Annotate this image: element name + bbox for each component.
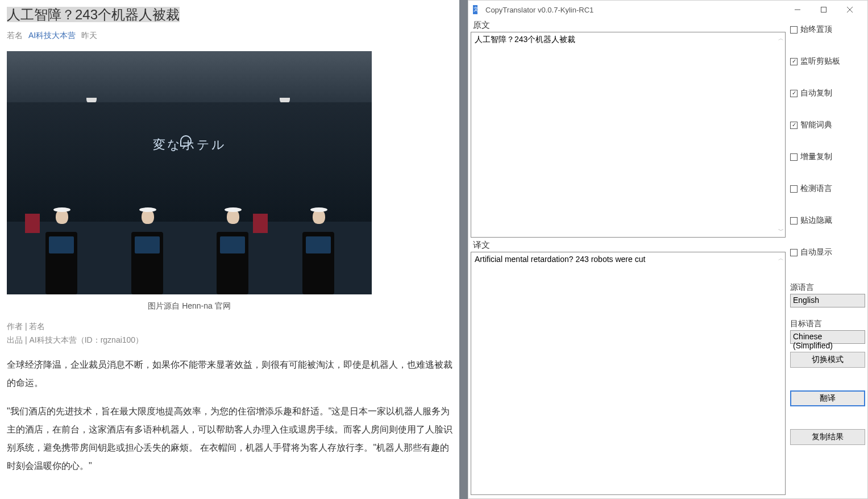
byline-publisher: 出品 | AI科技大本营（ID：rgznai100）: [7, 335, 452, 346]
source-textarea[interactable]: 人工智障？243个机器人被裁 ︿ ﹀: [471, 32, 786, 238]
settings-column: 始终置顶 ✓监听剪贴板 ✓自动复制 ✓智能词典 增量复制 检测语言 贴边隐藏 自…: [788, 19, 867, 498]
text-column: 原文 人工智障？243个机器人被裁 ︿ ﹀ 译文 Artificial ment…: [468, 19, 788, 498]
check-detect-lang[interactable]: 检测语言: [790, 184, 865, 194]
copy-result-button[interactable]: 复制结果: [790, 429, 865, 445]
app-icon: [473, 5, 482, 14]
target-text: Artificial mental retardation? 243 robot…: [475, 255, 645, 264]
scroll-up-icon[interactable]: ︿: [778, 35, 784, 43]
translator-window: CopyTranslator v0.0.7-Kylin-RC1 原文 人工智障？…: [468, 0, 868, 499]
check-listen-clipboard[interactable]: ✓监听剪贴板: [790, 56, 865, 66]
maximize-button[interactable]: [811, 1, 837, 18]
close-button[interactable]: [837, 1, 863, 18]
translate-button[interactable]: 翻译: [790, 390, 865, 406]
target-lang-label: 目标语言: [790, 319, 865, 329]
image-logo-text: 変なホテル: [153, 136, 226, 153]
meta-source-link[interactable]: AI科技大本营: [28, 31, 76, 40]
check-hide-edge[interactable]: 贴边隐藏: [790, 215, 865, 226]
target-label: 译文: [471, 240, 786, 252]
byline-author: 作者 | 若名: [7, 322, 452, 332]
source-label: 原文: [471, 20, 786, 32]
article-title: 人工智障？243个机器人被裁: [7, 6, 452, 24]
para-1: 全球经济降温，企业裁员消息不断，如果你不能带来显著效益，则很有可能被淘汰，即使是…: [7, 356, 452, 392]
minimize-button[interactable]: [784, 1, 811, 18]
check-always-top[interactable]: 始终置顶: [790, 24, 865, 35]
check-auto-show[interactable]: 自动显示: [790, 247, 865, 257]
check-auto-copy[interactable]: ✓自动复制: [790, 88, 865, 98]
switch-mode-button[interactable]: 切换模式: [790, 352, 865, 368]
meta-time: 昨天: [81, 31, 97, 40]
titlebar[interactable]: CopyTranslator v0.0.7-Kylin-RC1: [468, 1, 867, 19]
article-image: 変なホテル: [7, 51, 372, 294]
meta-author: 若名: [7, 31, 23, 40]
para-2: "我们酒店的先进技术，旨在最大限度地提高效率，为您的住宿增添乐趣和舒适。"这是日…: [7, 402, 452, 475]
source-lang-select[interactable]: English: [790, 294, 865, 307]
article-meta: 若名 AI科技大本营 昨天: [7, 31, 452, 41]
scroll-down-icon[interactable]: ﹀: [778, 227, 784, 235]
check-incremental-copy[interactable]: 增量复制: [790, 152, 865, 162]
image-caption: 图片源自 Henn-na 官网: [7, 301, 372, 311]
source-lang-label: 源语言: [790, 282, 865, 293]
article-pane: 人工智障？243个机器人被裁 若名 AI科技大本营 昨天 変なホテル 图片源自 …: [0, 0, 459, 499]
pane-gap: [459, 0, 468, 499]
check-smart-dict[interactable]: ✓智能词典: [790, 120, 865, 130]
titlebar-text: CopyTranslator v0.0.7-Kylin-RC1: [485, 6, 784, 14]
target-textarea[interactable]: Artificial mental retardation? 243 robot…: [471, 252, 786, 495]
svg-rect-1: [821, 7, 827, 13]
source-text: 人工智障？243个机器人被裁: [475, 35, 575, 44]
scroll-up-icon[interactable]: ︿: [778, 255, 784, 263]
target-lang-select[interactable]: Chinese (Simplified): [790, 330, 865, 344]
